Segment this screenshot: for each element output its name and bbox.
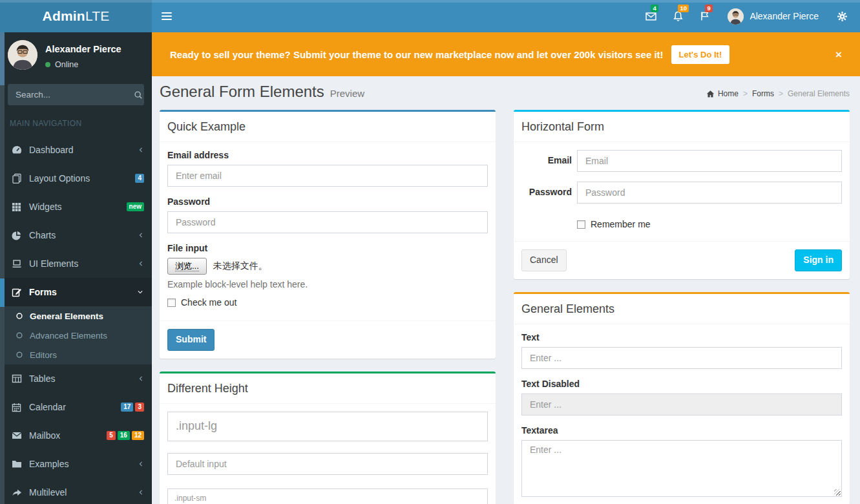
- circle-o-icon: [16, 351, 23, 359]
- submit-button[interactable]: Submit: [167, 329, 215, 351]
- box-header: Different Height: [160, 373, 496, 404]
- gears-icon: [837, 11, 848, 22]
- control-sidebar-toggle[interactable]: [828, 0, 856, 32]
- sidebar-item-dashboard[interactable]: Dashboard: [0, 136, 152, 164]
- mailbox-badge-2: 16: [118, 431, 130, 440]
- submenu-item-general-elements[interactable]: General Elements: [0, 306, 152, 326]
- quick-example-box: Quick Example Email address Password Fil…: [160, 110, 496, 359]
- chevron-left-icon: [138, 260, 144, 268]
- sidebar-item-mailbox[interactable]: Mailbox 5 16 12: [0, 421, 152, 450]
- sidebar-item-calendar[interactable]: Calendar 17 3: [0, 393, 152, 421]
- input-lg-field[interactable]: [167, 412, 488, 441]
- email-label: Email address: [167, 150, 488, 160]
- marketplace-banner: Ready to sell your theme? Submit your th…: [152, 32, 860, 76]
- content-header: General Form Elements Preview Home > For…: [152, 76, 860, 110]
- checkbox-input[interactable]: [167, 299, 176, 307]
- app-logo[interactable]: AdminLTE: [0, 0, 152, 32]
- remember-me-checkbox[interactable]: Remember me: [577, 219, 842, 229]
- sidebar-user-name: Alexander Pierce: [45, 44, 121, 54]
- banner-text: Ready to sell your theme? Submit your th…: [170, 49, 664, 60]
- sidebar-scrollbar-thumb[interactable]: [0, 32, 5, 85]
- calendar-badge-2: 3: [135, 403, 144, 412]
- browse-button[interactable]: 浏览...: [167, 258, 207, 275]
- breadcrumb-home[interactable]: Home: [706, 89, 739, 98]
- page-subtitle: Preview: [330, 88, 364, 99]
- text-field[interactable]: [521, 347, 842, 369]
- box-body: Text Text Disabled Textarea: [514, 324, 850, 504]
- textarea-label: Textarea: [521, 425, 842, 436]
- hamburger-icon: [162, 10, 172, 22]
- user-name: Alexander Pierce: [750, 11, 819, 21]
- user-status-label: Online: [55, 60, 78, 69]
- sidebar-item-multilevel[interactable]: Multilevel: [0, 478, 152, 504]
- content-wrapper: Ready to sell your theme? Submit your th…: [152, 32, 860, 504]
- submenu-item-editors[interactable]: Editors: [0, 345, 152, 364]
- sidebar-item-widgets[interactable]: Widgets new: [0, 193, 152, 221]
- tasks-menu[interactable]: 9: [691, 0, 718, 32]
- box-title: Horizontal Form: [521, 120, 842, 134]
- envelope-icon: [645, 11, 656, 22]
- default-input-field[interactable]: [167, 453, 488, 475]
- envelope-icon: [12, 430, 22, 441]
- different-height-box: Different Height: [160, 372, 496, 504]
- checkbox-input[interactable]: [577, 220, 585, 229]
- submenu-item-advanced-elements[interactable]: Advanced Elements: [0, 326, 152, 345]
- active-item-indicator: [0, 278, 5, 307]
- right-column: Horizontal Form Email Password Remember …: [514, 110, 850, 504]
- folder-icon: [12, 459, 22, 469]
- file-status-text: 未选择文件。: [213, 260, 267, 272]
- user-status[interactable]: Online: [45, 60, 78, 69]
- email-field[interactable]: [167, 165, 488, 187]
- sidebar-item-examples[interactable]: Examples: [0, 450, 152, 478]
- sidebar-search-input[interactable]: [8, 90, 130, 100]
- horizontal-form-box: Horizontal Form Email Password Remember …: [514, 110, 850, 279]
- banner-close-icon[interactable]: ×: [835, 49, 842, 60]
- text-disabled-field: [521, 394, 842, 415]
- breadcrumb-current: General Elements: [788, 89, 850, 98]
- sidebar-search-button[interactable]: [130, 84, 147, 105]
- messages-menu[interactable]: 4: [637, 0, 664, 32]
- user-menu[interactable]: Alexander Pierce: [718, 0, 828, 32]
- help-text: Example block-level help text here.: [167, 279, 488, 289]
- input-sm-field[interactable]: [167, 488, 488, 504]
- mailbox-badge-3: 12: [132, 431, 144, 440]
- hf-email-field[interactable]: [577, 150, 842, 172]
- main-sidebar: Alexander Pierce Online MAIN NAVIGATION …: [0, 32, 152, 504]
- pie-chart-icon: [12, 231, 22, 240]
- share-icon: [12, 487, 22, 498]
- calendar-badge-1: 17: [121, 403, 133, 412]
- notifications-menu[interactable]: 10: [664, 0, 691, 32]
- layout-options-badge: 4: [135, 174, 144, 183]
- check-me-out-checkbox[interactable]: Check me out: [167, 297, 488, 308]
- sidebar-item-forms[interactable]: Forms: [0, 278, 152, 306]
- top-navbar: 4 10 9 Alexander Pierce: [152, 0, 860, 32]
- sidebar-item-layout-options[interactable]: Layout Options 4: [0, 164, 152, 193]
- mailbox-badge-1: 5: [107, 431, 116, 440]
- sidebar-menu: Dashboard Layout Options 4 Widgets new C…: [0, 136, 152, 504]
- flag-icon: [700, 11, 710, 21]
- forms-submenu: General Elements Advanced Elements Edito…: [0, 306, 152, 364]
- breadcrumb-forms[interactable]: Forms: [752, 89, 774, 98]
- textarea-field[interactable]: [521, 440, 842, 497]
- files-icon: [12, 173, 22, 184]
- hf-password-field[interactable]: [577, 182, 842, 204]
- grid-icon: [12, 202, 22, 212]
- left-column: Quick Example Email address Password Fil…: [160, 110, 496, 504]
- chevron-left-icon: [138, 231, 144, 239]
- sidebar-scrollbar-track[interactable]: [0, 32, 5, 504]
- box-title: Different Height: [167, 382, 488, 395]
- box-title: Quick Example: [167, 120, 488, 134]
- sidebar-item-ui-elements[interactable]: UI Elements: [0, 249, 152, 278]
- sidebar-item-tables[interactable]: Tables: [0, 364, 152, 393]
- chevron-left-icon: [138, 146, 144, 154]
- sidebar-toggle-button[interactable]: [152, 0, 182, 32]
- notifications-badge: 10: [678, 5, 689, 12]
- hf-email-label: Email: [521, 150, 572, 172]
- password-field[interactable]: [167, 211, 488, 233]
- sign-in-button[interactable]: Sign in: [795, 249, 842, 271]
- sidebar-item-charts[interactable]: Charts: [0, 221, 152, 249]
- box-footer: Cancel Sign in: [514, 241, 850, 279]
- text-disabled-label: Text Disabled: [521, 379, 842, 389]
- cancel-button[interactable]: Cancel: [521, 249, 567, 271]
- lets-do-it-button[interactable]: Let's Do It!: [671, 45, 730, 64]
